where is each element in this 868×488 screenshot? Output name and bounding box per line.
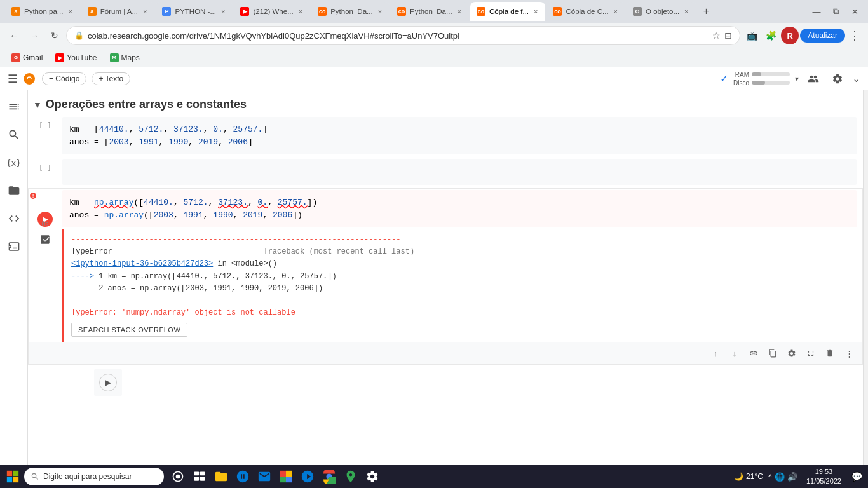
taskbar-weather[interactable]: 🌙 21°C bbox=[734, 472, 763, 481]
tab-python-da2[interactable]: co Python_Da... × bbox=[391, 2, 469, 21]
tab-minimize-icon[interactable]: — bbox=[808, 3, 825, 20]
notification-center-icon[interactable]: 💬 bbox=[848, 468, 865, 485]
tab-objeto[interactable]: O O objeto... × bbox=[627, 2, 696, 21]
taskbar-cortana-icon[interactable] bbox=[168, 466, 188, 487]
cell-link-button[interactable] bbox=[745, 345, 762, 362]
tab-close[interactable]: × bbox=[142, 7, 148, 16]
sidebar-variables-icon[interactable]: {x} bbox=[3, 151, 25, 174]
gmail-favicon: G bbox=[11, 53, 20, 62]
cell-move-up-button[interactable]: ↑ bbox=[707, 345, 724, 362]
taskbar-chrome-icon[interactable] bbox=[319, 466, 339, 487]
colab-container: {x} ▼ Operações entre arrays e constante… bbox=[0, 90, 868, 469]
browser-menu-button[interactable]: ⋮ bbox=[846, 29, 863, 43]
tab-close[interactable]: × bbox=[683, 7, 689, 16]
tab-close-icon[interactable]: ✕ bbox=[846, 3, 863, 20]
sidebar-files-icon[interactable] bbox=[3, 179, 25, 202]
sidebar-terminal-icon[interactable] bbox=[3, 235, 25, 258]
tab-copia-f[interactable]: co Cópia de f... × bbox=[470, 2, 545, 21]
tab-close[interactable]: × bbox=[532, 7, 539, 16]
taskbar-maps-icon[interactable] bbox=[341, 466, 361, 487]
sidebar-search-icon[interactable] bbox=[3, 123, 25, 146]
disk-row: Disco bbox=[733, 79, 790, 86]
tab-close[interactable]: × bbox=[297, 7, 304, 16]
start-button[interactable] bbox=[3, 466, 23, 487]
new-tab-button[interactable]: + bbox=[698, 3, 715, 20]
cell-more-button[interactable]: ⋮ bbox=[841, 345, 857, 362]
cell-1-content[interactable]: km = [44410., 5712., 37123., 0., 25757.]… bbox=[62, 117, 857, 154]
share-icon[interactable] bbox=[804, 69, 823, 88]
settings-icon[interactable] bbox=[828, 69, 847, 88]
resource-dropdown-icon[interactable]: ▾ bbox=[795, 74, 799, 83]
tab-close[interactable]: × bbox=[220, 7, 226, 16]
tab-close[interactable]: × bbox=[67, 7, 73, 16]
system-tray-expand-icon[interactable]: ^ bbox=[768, 472, 772, 482]
cell-copy-button[interactable] bbox=[764, 345, 781, 362]
taskbar-store-icon[interactable] bbox=[233, 466, 253, 487]
reader-mode-icon[interactable]: ⊟ bbox=[724, 30, 732, 41]
cast-icon[interactable]: 📺 bbox=[743, 27, 761, 44]
bookmark-youtube[interactable]: ▶ YouTube bbox=[50, 52, 102, 64]
update-button[interactable]: Atualizar bbox=[800, 29, 845, 43]
tab-close[interactable]: × bbox=[456, 7, 463, 16]
back-button[interactable]: ← bbox=[5, 27, 23, 44]
cell-2-content[interactable] bbox=[62, 159, 857, 185]
cell-2-gutter: [ ] bbox=[29, 158, 62, 186]
cell-3-content[interactable]: km = np.array([44410., 5712., 37123., 0.… bbox=[62, 190, 857, 227]
tab-close[interactable]: × bbox=[377, 7, 383, 16]
tab-label: Python pa... bbox=[24, 8, 63, 15]
taskbar-office-icon[interactable] bbox=[276, 466, 296, 487]
bookmark-gmail[interactable]: G Gmail bbox=[6, 52, 48, 64]
volume-icon[interactable]: 🔊 bbox=[787, 472, 797, 482]
tab-python-n[interactable]: P PYTHON -... × bbox=[156, 2, 233, 21]
tab-restore-icon[interactable]: ⧉ bbox=[827, 3, 844, 20]
cell-delete-button[interactable] bbox=[822, 345, 838, 362]
hamburger-menu-icon[interactable]: ☰ bbox=[8, 72, 18, 86]
taskbar-taskview-icon[interactable] bbox=[189, 466, 210, 487]
profile-button[interactable]: R bbox=[781, 27, 799, 44]
cell-1[interactable]: [ ] km = [44410., 5712., 37123., 0., 257… bbox=[28, 115, 863, 156]
main-content[interactable]: ▼ Operações entre arrays e constantes [ … bbox=[28, 90, 863, 469]
output-expand-icon[interactable] bbox=[39, 234, 51, 245]
address-input[interactable]: 🔒 colab.research.google.com/drive/1NM1gk… bbox=[66, 26, 740, 45]
cell-move-down-button[interactable]: ↓ bbox=[726, 345, 743, 362]
tab-copia-c[interactable]: co Cópia de C... × bbox=[546, 2, 625, 21]
cell-settings-button[interactable] bbox=[783, 345, 800, 362]
sidebar-code-icon[interactable] bbox=[3, 207, 25, 230]
network-icon[interactable]: 🌐 bbox=[775, 472, 785, 482]
tab-favicon: co bbox=[477, 7, 485, 16]
bookmark-maps[interactable]: M Maps bbox=[105, 52, 145, 64]
section-toggle-icon[interactable]: ▼ bbox=[33, 100, 42, 110]
cell-expand-button[interactable] bbox=[803, 345, 819, 362]
add-code-button[interactable]: + Código bbox=[42, 72, 86, 85]
tab-close[interactable]: × bbox=[613, 7, 619, 16]
cell-2[interactable]: [ ] bbox=[28, 158, 863, 187]
bookmark-star-icon[interactable]: ☆ bbox=[712, 30, 721, 41]
tab-python-pa[interactable]: a Python pa... × bbox=[5, 2, 80, 21]
cell-3-gutter: ! ▶ 0s bbox=[29, 189, 62, 229]
taskbar-settings-icon[interactable] bbox=[362, 466, 383, 487]
forward-button[interactable]: → bbox=[25, 27, 43, 44]
vertical-scrollbar[interactable] bbox=[863, 90, 868, 469]
tab-youtube[interactable]: ▶ (212) Whe... × bbox=[234, 2, 310, 21]
tab-favicon: P bbox=[162, 7, 171, 16]
cell-3-output-gutter[interactable] bbox=[29, 229, 62, 342]
search-stackoverflow-button[interactable]: SEARCH STACK OVERFLOW bbox=[71, 323, 187, 337]
cell-3[interactable]: ! ▶ 0s km = np.array([44410., 5712., 371… bbox=[28, 188, 863, 365]
expand-icon[interactable]: ⌄ bbox=[852, 72, 860, 85]
bottom-cell-run-button[interactable]: ▶ bbox=[99, 374, 117, 391]
address-lock-icon: 🔒 bbox=[74, 31, 84, 40]
taskbar-search[interactable]: Digite aqui para pesquisar bbox=[24, 468, 164, 485]
add-text-button[interactable]: + Texto bbox=[92, 72, 130, 85]
tab-forum[interactable]: a Fórum | A... × bbox=[81, 2, 155, 21]
extensions-icon[interactable]: 🧩 bbox=[762, 27, 780, 44]
taskbar-mail-icon[interactable] bbox=[254, 466, 275, 487]
sidebar-toc-icon[interactable] bbox=[3, 95, 25, 118]
svg-point-0 bbox=[24, 73, 35, 85]
ipython-input-link[interactable]: <ipython-input-36-b6205b427d23> bbox=[71, 259, 213, 268]
reload-button[interactable]: ↻ bbox=[46, 27, 64, 44]
tab-python-da1[interactable]: co Python_Da... × bbox=[311, 2, 390, 21]
taskbar-datetime[interactable]: 19:53 11/05/2022 bbox=[803, 467, 845, 487]
taskbar-explorer-icon[interactable] bbox=[211, 466, 231, 487]
bottom-cell[interactable]: ▶ bbox=[94, 369, 122, 396]
taskbar-edge-icon[interactable] bbox=[297, 466, 318, 487]
